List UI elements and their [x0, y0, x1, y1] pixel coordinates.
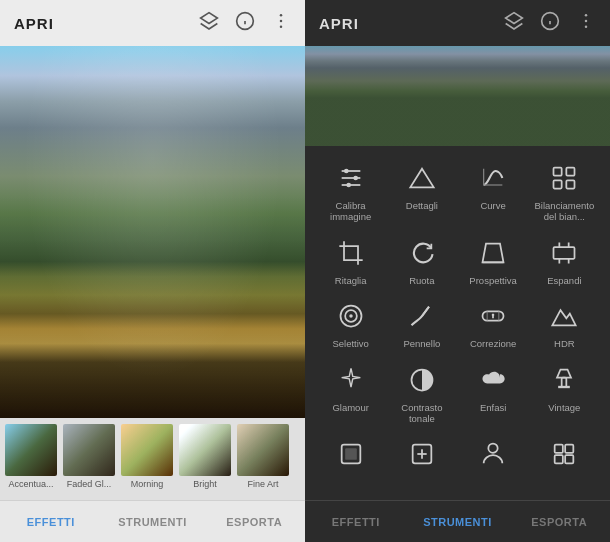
brush-icon — [408, 302, 436, 330]
filter-strip: Accentua... Faded Gl... Morning Bright F… — [0, 418, 305, 500]
tool-bilanciamento[interactable]: Bilanciamento del bian... — [533, 160, 595, 223]
mountain-icon — [550, 302, 578, 330]
tool-extra-1[interactable] — [391, 436, 453, 476]
tool-ritaglia-label: Ritaglia — [335, 275, 367, 286]
right-info-icon[interactable] — [540, 11, 560, 36]
filter-thumb-3 — [179, 424, 231, 476]
right-more-icon[interactable] — [576, 11, 596, 36]
square1-icon — [337, 440, 365, 468]
cloud-icon — [479, 366, 507, 394]
left-photo-area — [0, 46, 305, 418]
right-layers-icon[interactable] — [504, 11, 524, 36]
left-tab-strumenti[interactable]: STRUMENTI — [102, 506, 204, 538]
svg-point-5 — [280, 19, 283, 22]
svg-rect-26 — [567, 180, 575, 188]
tool-extra-3[interactable] — [533, 436, 595, 476]
filter-label-4: Fine Art — [236, 479, 290, 489]
tool-curve-label: Curve — [480, 200, 505, 211]
svg-marker-41 — [553, 310, 576, 325]
right-bottom-tabs: EFFETTI STRUMENTI ESPORTA — [305, 500, 610, 542]
svg-rect-52 — [566, 445, 574, 453]
filter-thumb-0 — [5, 424, 57, 476]
svg-rect-23 — [554, 168, 562, 176]
filter-label-3: Bright — [178, 479, 232, 489]
filter-item-2[interactable]: Morning — [120, 424, 174, 489]
svg-point-12 — [585, 19, 588, 22]
tool-espandi-label: Espandi — [547, 275, 581, 286]
target-icon — [337, 302, 365, 330]
tool-vintage[interactable]: Vintage — [533, 362, 595, 413]
perspective-icon — [479, 239, 507, 267]
tools-row-3: Glamour Contrasto tonale Enfasi — [305, 356, 610, 431]
right-panel: APRI — [305, 0, 610, 542]
mountain-photo — [0, 46, 305, 418]
svg-rect-51 — [555, 445, 563, 453]
left-bottom-tabs: EFFETTI STRUMENTI ESPORTA — [0, 500, 305, 542]
tool-calibra-label: Calibra immagine — [320, 200, 382, 223]
left-info-icon[interactable] — [235, 11, 255, 36]
right-tab-esporta[interactable]: ESPORTA — [508, 506, 610, 538]
left-top-bar: APRI — [0, 0, 305, 46]
right-title: APRI — [319, 15, 359, 32]
svg-point-50 — [488, 444, 497, 453]
tool-dettagli[interactable]: Dettagli — [391, 160, 453, 211]
sliders-icon — [337, 164, 365, 192]
filter-item-4[interactable]: Fine Art — [236, 424, 290, 489]
svg-rect-46 — [345, 449, 357, 461]
square2-icon — [408, 440, 436, 468]
tool-hdr[interactable]: HDR — [533, 298, 595, 349]
tool-extra-0[interactable] — [320, 436, 382, 476]
svg-line-37 — [422, 307, 429, 316]
tool-contrasto[interactable]: Contrasto tonale — [391, 362, 453, 425]
right-tab-effetti[interactable]: EFFETTI — [305, 506, 407, 538]
left-tab-effetti[interactable]: EFFETTI — [0, 506, 102, 538]
tool-selettivo[interactable]: Selettivo — [320, 298, 382, 349]
tool-bilanciamento-label: Bilanciamento del bian... — [533, 200, 595, 223]
filter-thumb-1 — [63, 424, 115, 476]
tool-ruota[interactable]: Ruota — [391, 235, 453, 286]
tool-selettivo-label: Selettivo — [332, 338, 368, 349]
filter-thumb-2 — [121, 424, 173, 476]
right-top-bar: APRI — [305, 0, 610, 46]
tool-correzione[interactable]: Correzione — [462, 298, 524, 349]
lamp-icon — [550, 366, 578, 394]
filter-item-0[interactable]: Accentua... — [4, 424, 58, 489]
filter-item-1[interactable]: Faded Gl... — [62, 424, 116, 489]
right-photo-area — [305, 46, 610, 146]
tool-extra-2[interactable] — [462, 436, 524, 476]
tools-row-1: Ritaglia Ruota Prospetti — [305, 229, 610, 292]
tool-espandi[interactable]: Espandi — [533, 235, 595, 286]
svg-rect-54 — [566, 456, 574, 464]
bandage-icon — [479, 302, 507, 330]
svg-rect-29 — [554, 247, 575, 259]
filter-label-1: Faded Gl... — [62, 479, 116, 489]
filter-label-0: Accentua... — [4, 479, 58, 489]
photo-overlay — [0, 46, 305, 418]
tool-contrasto-label: Contrasto tonale — [391, 402, 453, 425]
tool-calibra[interactable]: Calibra immagine — [320, 160, 382, 223]
right-tab-strumenti[interactable]: STRUMENTI — [407, 506, 509, 538]
right-top-icons — [504, 11, 596, 36]
filter-item-3[interactable]: Bright — [178, 424, 232, 489]
tool-curve[interactable]: Curve — [462, 160, 524, 211]
left-top-icons — [199, 11, 291, 36]
left-more-icon[interactable] — [271, 11, 291, 36]
square3-icon — [550, 440, 578, 468]
tool-pennello[interactable]: Pennello — [391, 298, 453, 349]
tools-row-0: Calibra immagine Dettagli — [305, 154, 610, 229]
svg-marker-7 — [506, 12, 523, 23]
tool-ritaglia[interactable]: Ritaglia — [320, 235, 382, 286]
tool-glamour[interactable]: Glamour — [320, 362, 382, 413]
tool-prospettiva[interactable]: Prospettiva — [462, 235, 524, 286]
tool-glamour-label: Glamour — [332, 402, 368, 413]
svg-point-11 — [585, 13, 588, 15]
tool-enfasi[interactable]: Enfasi — [462, 362, 524, 413]
left-layers-icon[interactable] — [199, 11, 219, 36]
svg-rect-24 — [567, 168, 575, 176]
svg-rect-43 — [562, 377, 567, 386]
left-tab-esporta[interactable]: ESPORTA — [203, 506, 305, 538]
filter-thumb-4 — [237, 424, 289, 476]
tools-row-2: Selettivo Pennello — [305, 292, 610, 355]
grid-icon — [550, 164, 578, 192]
tool-correzione-label: Correzione — [470, 338, 516, 349]
